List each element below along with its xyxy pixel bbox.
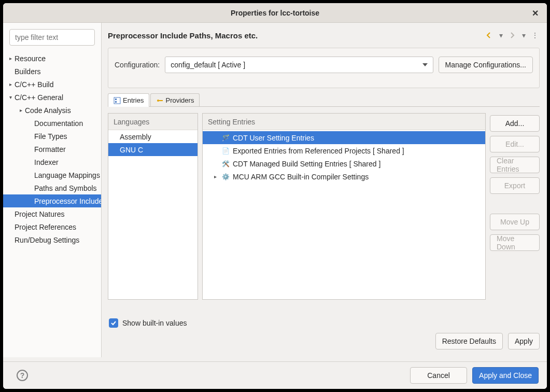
chevron-right-icon[interactable]: ▸ xyxy=(212,174,218,179)
tree-item-project-references[interactable]: Project References xyxy=(3,220,101,233)
entries-tab-icon xyxy=(114,97,121,104)
svg-rect-0 xyxy=(114,97,120,104)
spacer xyxy=(490,198,540,209)
config-dropdown[interactable]: config_default [ Active ] xyxy=(165,57,433,73)
entry-mcu-arm[interactable]: ▸ ⚙️ MCU ARM GCC Built-in Compiler Setti… xyxy=(203,170,485,183)
filter-input[interactable] xyxy=(9,29,95,46)
chevron-right-icon: ▸ xyxy=(7,81,13,88)
tree-item-documentation[interactable]: Documentation xyxy=(3,117,101,130)
tree-item-ccpp-general[interactable]: ▾C/C++ General xyxy=(3,91,101,104)
doc-icon: 📄 xyxy=(221,147,230,155)
page-footer: Restore Defaults Apply xyxy=(108,333,540,349)
entries-header: Setting Entries xyxy=(203,114,485,130)
svg-point-3 xyxy=(157,100,159,102)
tree-item-file-types[interactable]: File Types xyxy=(3,130,101,143)
config-value: config_default [ Active ] xyxy=(171,61,245,69)
tree-item-paths-symbols[interactable]: Paths and Symbols xyxy=(3,181,101,194)
titlebar: Properties for lcc-tortoise ✕ xyxy=(3,3,547,23)
chevron-right-icon: ▸ xyxy=(18,107,24,114)
config-label: Configuration: xyxy=(115,61,160,69)
entry-managed[interactable]: 🛠️ CDT Managed Build Setting Entries [ S… xyxy=(203,157,485,170)
move-up-button[interactable]: Move Up xyxy=(490,214,540,230)
manage-configurations-button[interactable]: Manage Configurations... xyxy=(439,57,533,73)
clear-entries-button[interactable]: Clear Entries xyxy=(490,157,540,173)
tab-entries[interactable]: Entries xyxy=(108,93,149,107)
back-menu-icon[interactable]: ▾ xyxy=(496,31,505,40)
providers-tab-icon xyxy=(156,97,163,104)
add-button[interactable]: Add... xyxy=(490,115,540,132)
edit-button[interactable]: Edit... xyxy=(490,136,540,152)
help-icon[interactable]: ? xyxy=(17,370,28,381)
entries-panel: Setting Entries 🪄 CDT User Setting Entri… xyxy=(202,113,486,300)
chevron-down-icon xyxy=(422,63,428,66)
forward-menu-icon[interactable]: ▾ xyxy=(519,31,528,40)
chevron-down-icon: ▾ xyxy=(7,94,13,101)
content: ▸Resource Builders ▸C/C++ Build ▾C/C++ G… xyxy=(3,23,547,357)
tree-item-run-debug[interactable]: Run/Debug Settings xyxy=(3,233,101,246)
close-icon[interactable]: ✕ xyxy=(529,7,541,19)
tab-separator xyxy=(108,106,540,107)
entries-list: 🪄 CDT User Setting Entries 📄 Exported En… xyxy=(203,130,485,299)
apply-button[interactable]: Apply xyxy=(508,333,540,349)
export-button[interactable]: Export xyxy=(490,177,540,194)
entry-buttons: Add... Edit... Clear Entries Export Move… xyxy=(490,113,540,300)
show-builtin-label: Show built-in values xyxy=(122,319,187,327)
apply-close-button[interactable]: Apply and Close xyxy=(472,367,539,384)
config-panel: Configuration: config_default [ Active ]… xyxy=(108,48,540,88)
lists-row: Languages Assembly GNU C Setting Entries… xyxy=(108,113,540,300)
language-assembly[interactable]: Assembly xyxy=(108,130,198,143)
filter-container xyxy=(9,29,95,46)
properties-dialog: Properties for lcc-tortoise ✕ ▸Resource … xyxy=(3,3,547,389)
tree-item-formatter[interactable]: Formatter xyxy=(3,143,101,156)
tree-item-ccpp-build[interactable]: ▸C/C++ Build xyxy=(3,78,101,91)
wand-icon: 🪄 xyxy=(221,134,230,142)
settings-icon: 🛠️ xyxy=(221,160,230,168)
main-panel: Preprocessor Include Paths, Macros etc. … xyxy=(102,23,547,357)
gear-icon: ⚙️ xyxy=(221,173,230,181)
tab-providers[interactable]: Providers xyxy=(150,93,200,107)
tree-item-code-analysis[interactable]: ▸Code Analysis xyxy=(3,104,101,117)
svg-rect-2 xyxy=(115,101,117,103)
show-builtin-checkbox[interactable] xyxy=(109,318,118,328)
tree-item-project-natures[interactable]: Project Natures xyxy=(3,207,101,220)
window-title: Properties for lcc-tortoise xyxy=(231,9,319,17)
tree-item-builders[interactable]: Builders xyxy=(3,65,101,78)
cancel-button[interactable]: Cancel xyxy=(410,367,467,384)
show-builtin-row: Show built-in values xyxy=(108,318,540,328)
tree-item-language-mappings[interactable]: Language Mappings xyxy=(3,169,101,181)
nav-tree: ▸Resource Builders ▸C/C++ Build ▾C/C++ G… xyxy=(3,50,101,357)
bottombar: ? Cancel Apply and Close xyxy=(3,362,547,389)
check-icon xyxy=(110,320,117,326)
tree-item-resource[interactable]: ▸Resource xyxy=(3,52,101,65)
page-title: Preprocessor Include Paths, Macros etc. xyxy=(108,31,485,40)
entry-cdt-user[interactable]: 🪄 CDT User Setting Entries xyxy=(203,131,485,144)
tree-item-indexer[interactable]: Indexer xyxy=(3,156,101,169)
page-header: Preprocessor Include Paths, Macros etc. … xyxy=(108,28,540,43)
forward-icon[interactable] xyxy=(507,31,517,40)
move-down-button[interactable]: Move Down xyxy=(490,234,540,251)
tree-item-preprocessor[interactable]: Preprocessor Include Paths, Macros etc. xyxy=(3,194,101,207)
tabs: Entries Providers xyxy=(108,92,540,107)
back-icon[interactable] xyxy=(485,31,494,40)
toolbar-icons: ▾ ▾ ⋮ xyxy=(485,31,540,40)
restore-defaults-button[interactable]: Restore Defaults xyxy=(435,333,503,349)
language-gnu-c[interactable]: GNU C xyxy=(108,143,198,156)
sidebar: ▸Resource Builders ▸C/C++ Build ▾C/C++ G… xyxy=(3,23,102,357)
languages-header: Languages xyxy=(108,114,198,130)
svg-rect-1 xyxy=(115,99,117,100)
languages-list: Assembly GNU C xyxy=(108,130,198,299)
languages-panel: Languages Assembly GNU C xyxy=(108,113,198,300)
view-menu-icon[interactable]: ⋮ xyxy=(530,31,540,40)
entry-exported[interactable]: 📄 Exported Entries from Referenced Proje… xyxy=(203,144,485,157)
chevron-right-icon: ▸ xyxy=(7,55,13,62)
